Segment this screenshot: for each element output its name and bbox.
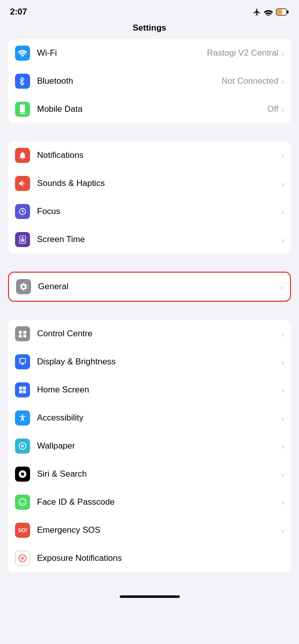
svg-point-13 (22, 557, 24, 560)
controlcentre-label: Control Centre (37, 329, 281, 339)
faceid-icon (15, 495, 30, 510)
settings-row-bluetooth[interactable]: BluetoothNot Connected› (8, 67, 291, 95)
wallpaper-icon (15, 439, 30, 454)
wallpaper-label: Wallpaper (37, 441, 281, 451)
status-bar: 2:07 (0, 0, 299, 21)
home-indicator (0, 590, 299, 601)
display-icon (15, 354, 30, 369)
settings-row-siri[interactable]: Siri & Search› (8, 460, 291, 488)
mobiledata-label: Mobile Data (37, 104, 267, 114)
home-bar (120, 595, 180, 598)
wallpaper-chevron: › (281, 442, 284, 451)
siri-chevron: › (281, 470, 284, 479)
exposure-label: Exposure Notifications (37, 553, 284, 563)
wifi-label: Wi-Fi (37, 48, 207, 58)
mobiledata-chevron: › (281, 105, 284, 114)
settings-group-notifications-group: Notifications›Sounds & Haptics›Focus›Scr… (8, 141, 291, 254)
svg-rect-2 (277, 10, 282, 15)
settings-row-faceid[interactable]: Face ID & Passcode› (8, 488, 291, 516)
homescreen-label: Home Screen (37, 385, 281, 395)
svg-rect-8 (19, 335, 22, 338)
display-label: Display & Brightness (37, 357, 281, 367)
homescreen-chevron: › (281, 386, 284, 394)
wifi-value: Rastogi V2 Central (207, 48, 278, 58)
control-icon (15, 326, 30, 341)
settings-row-sounds[interactable]: Sounds & Haptics› (8, 169, 291, 197)
settings-container: Wi-FiRastogi V2 Central›BluetoothNot Con… (0, 39, 299, 572)
notifications-chevron: › (281, 151, 284, 160)
sounds-chevron: › (281, 179, 284, 188)
settings-row-sos[interactable]: SOSEmergency SOS› (8, 516, 291, 544)
bluetooth-icon (15, 74, 30, 89)
svg-point-10 (22, 414, 24, 416)
focus-icon (15, 204, 30, 219)
focus-label: Focus (37, 206, 281, 217)
siri-icon (15, 467, 30, 482)
accessibility-label: Accessibility (37, 413, 281, 423)
bluetooth-value: Not Connected (222, 76, 278, 86)
faceid-chevron: › (281, 498, 284, 507)
svg-rect-7 (24, 331, 27, 334)
sounds-label: Sounds & Haptics (37, 178, 281, 188)
settings-row-homescreen[interactable]: Home Screen› (8, 376, 291, 404)
sos-label: Emergency SOS (37, 525, 281, 535)
wifi-icon (15, 46, 30, 61)
general-chevron: › (280, 283, 283, 291)
display-chevron: › (281, 358, 284, 366)
settings-group-appearance-group: Control Centre›Display & Brightness›Home… (8, 320, 291, 572)
focus-chevron: › (281, 207, 284, 216)
screentime-label: Screen Time (37, 235, 281, 245)
page-title-bar: Settings (0, 21, 299, 39)
notifications-icon (15, 148, 30, 163)
notifications-label: Notifications (37, 150, 281, 160)
settings-row-wallpaper[interactable]: Wallpaper› (8, 432, 291, 460)
wifi-chevron: › (281, 49, 284, 58)
sos-icon: SOS (15, 523, 30, 538)
homescreen-icon (15, 382, 30, 397)
airplane-icon (253, 8, 261, 16)
bluetooth-chevron: › (281, 77, 284, 86)
status-time: 2:07 (10, 7, 27, 17)
settings-row-focus[interactable]: Focus› (8, 197, 291, 226)
mobile-icon (15, 102, 30, 117)
bluetooth-label: Bluetooth (37, 76, 222, 86)
battery-icon (276, 9, 289, 16)
general-icon (16, 279, 31, 294)
svg-rect-4 (21, 239, 25, 242)
wifi-icon (264, 9, 273, 16)
faceid-label: Face ID & Passcode (37, 497, 281, 507)
screentime-chevron: › (281, 236, 284, 244)
svg-point-5 (22, 237, 24, 239)
sounds-icon (15, 176, 30, 191)
settings-row-wifi[interactable]: Wi-FiRastogi V2 Central› (8, 39, 291, 67)
settings-row-controlcentre[interactable]: Control Centre› (8, 320, 291, 348)
settings-row-exposure[interactable]: Exposure Notifications (8, 544, 291, 572)
accessibility-icon (15, 410, 30, 425)
siri-label: Siri & Search (37, 469, 281, 479)
svg-rect-9 (24, 335, 27, 338)
mobiledata-value: Off (267, 104, 278, 114)
accessibility-chevron: › (281, 414, 284, 422)
exposure-icon (15, 551, 30, 566)
settings-row-screentime[interactable]: Screen Time› (8, 226, 291, 254)
settings-row-mobiledata[interactable]: Mobile DataOff› (8, 95, 291, 123)
general-label: General (38, 282, 280, 292)
page-title: Settings (133, 23, 166, 33)
controlcentre-chevron: › (281, 330, 284, 338)
settings-row-accessibility[interactable]: Accessibility› (8, 404, 291, 432)
svg-rect-1 (287, 11, 288, 14)
svg-rect-6 (19, 331, 22, 334)
settings-group-connectivity: Wi-FiRastogi V2 Central›BluetoothNot Con… (8, 39, 291, 123)
screentime-icon (15, 232, 30, 247)
settings-row-notifications[interactable]: Notifications› (8, 141, 291, 169)
svg-text:SOS: SOS (18, 527, 27, 533)
status-icons (253, 8, 289, 16)
settings-row-general[interactable]: General› (9, 273, 290, 301)
settings-row-display[interactable]: Display & Brightness› (8, 348, 291, 376)
sos-chevron: › (281, 526, 284, 535)
settings-group-general-group: General› (8, 272, 291, 302)
